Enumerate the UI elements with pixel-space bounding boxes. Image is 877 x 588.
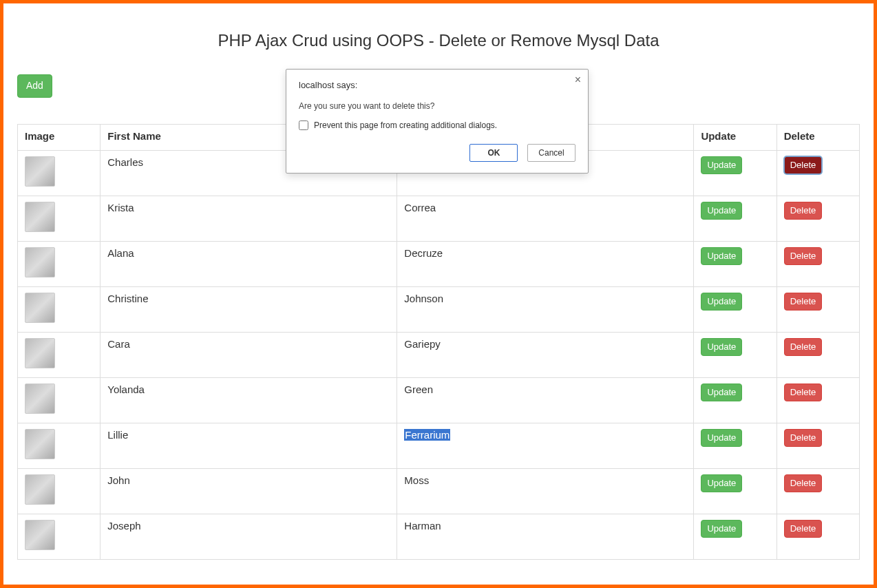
table-row: KristaCorreaUpdateDelete [18, 196, 860, 241]
table-row: JohnMossUpdateDelete [18, 468, 860, 514]
delete-button[interactable]: Delete [784, 202, 823, 220]
first-name-cell: Alana [101, 241, 397, 286]
confirm-dialog: localhost says: × Are you sure you want … [286, 69, 589, 174]
avatar [25, 293, 55, 323]
prevent-dialogs-checkbox[interactable] [299, 120, 308, 130]
col-header-delete: Delete [776, 124, 859, 150]
first-name-cell: John [101, 468, 397, 514]
delete-button[interactable]: Delete [784, 520, 823, 538]
avatar [25, 156, 55, 187]
update-button[interactable]: Update [701, 247, 742, 265]
delete-button[interactable]: Delete [784, 338, 823, 356]
last-name-cell: Johnson [397, 286, 694, 332]
col-header-image: Image [18, 124, 101, 150]
update-button[interactable]: Update [701, 520, 742, 538]
avatar [25, 384, 55, 414]
page-title: PHP Ajax Crud using OOPS - Delete or Rem… [17, 31, 860, 50]
avatar [25, 247, 55, 277]
delete-button[interactable]: Delete [784, 293, 823, 311]
table-row: CaraGariepyUpdateDelete [18, 332, 860, 377]
first-name-cell: Cara [101, 332, 397, 377]
users-table: Image First Name Last Name Update Delete… [17, 124, 860, 560]
first-name-cell: Christine [101, 286, 397, 332]
avatar [25, 474, 55, 505]
delete-button[interactable]: Delete [784, 429, 823, 447]
close-icon[interactable]: × [575, 74, 581, 86]
delete-button[interactable]: Delete [784, 384, 823, 401]
avatar [25, 520, 55, 550]
last-name-cell: Ferrarium [397, 423, 694, 468]
update-button[interactable]: Update [701, 156, 742, 174]
last-name-cell: Decruze [397, 241, 694, 286]
first-name-cell: Krista [101, 196, 397, 241]
table-row: LillieFerrariumUpdateDelete [18, 423, 860, 468]
table-row: JosephHarmanUpdateDelete [18, 514, 860, 559]
first-name-cell: Yolanda [101, 377, 397, 423]
avatar [25, 338, 55, 368]
avatar [25, 202, 55, 232]
table-row: AlanaDecruzeUpdateDelete [18, 241, 860, 286]
prevent-dialogs-label: Prevent this page from creating addition… [314, 120, 497, 130]
update-button[interactable]: Update [701, 384, 742, 401]
update-button[interactable]: Update [701, 293, 742, 311]
update-button[interactable]: Update [701, 474, 742, 492]
delete-button[interactable]: Delete [784, 156, 823, 174]
selected-text: Ferrarium [404, 429, 450, 441]
col-header-update: Update [694, 124, 776, 150]
avatar [25, 429, 55, 459]
last-name-cell: Correa [397, 196, 694, 241]
last-name-cell: Harman [397, 514, 694, 559]
prevent-dialogs-option[interactable]: Prevent this page from creating addition… [299, 120, 575, 130]
first-name-cell: Joseph [101, 514, 397, 559]
first-name-cell: Lillie [101, 423, 397, 468]
dialog-title: localhost says: [299, 80, 357, 90]
ok-button[interactable]: OK [469, 144, 518, 162]
delete-button[interactable]: Delete [784, 474, 823, 492]
table-row: YolandaGreenUpdateDelete [18, 377, 860, 423]
last-name-cell: Gariepy [397, 332, 694, 377]
update-button[interactable]: Update [701, 202, 742, 220]
last-name-cell: Green [397, 377, 694, 423]
add-button[interactable]: Add [17, 74, 52, 98]
dialog-message: Are you sure you want to delete this? [299, 101, 575, 111]
update-button[interactable]: Update [701, 429, 742, 447]
last-name-cell: Moss [397, 468, 694, 514]
update-button[interactable]: Update [701, 338, 742, 356]
cancel-button[interactable]: Cancel [527, 144, 575, 162]
delete-button[interactable]: Delete [784, 247, 823, 265]
table-row: ChristineJohnsonUpdateDelete [18, 286, 860, 332]
